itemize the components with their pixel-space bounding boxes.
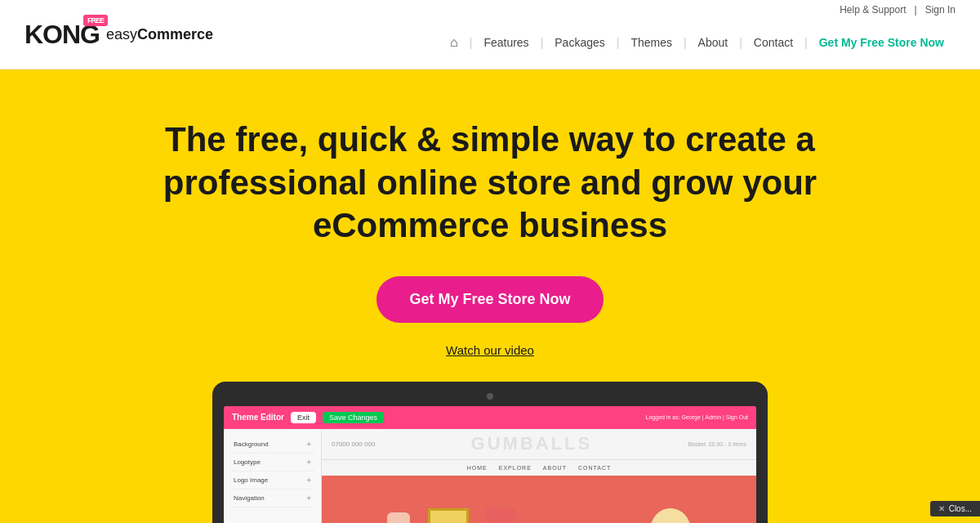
store-nav: HOME EXPLORE ABOUT CONTACT [322, 460, 756, 476]
help-support-link[interactable]: Help & Support [840, 4, 906, 16]
logo-commerce: Commerce [137, 26, 213, 43]
logo-area: KONG FREE easyCommerce [24, 20, 213, 50]
store-preview: 07000 000 000 GUMBALLS Basket: £0.00 - 0… [322, 429, 756, 524]
hero-title: The free, quick & simple way to create a… [155, 118, 825, 248]
laptop-camera [487, 393, 493, 400]
hero-cta-button[interactable]: Get My Free Store Now [376, 276, 603, 323]
sign-in-link[interactable]: Sign In [925, 4, 956, 16]
close-icon: ✕ [938, 504, 945, 513]
screen-sidebar: Background+ Logotype+ Logo Image+ Naviga… [224, 429, 322, 524]
store-nav-about: ABOUT [543, 465, 567, 471]
header: Help & Support | Sign In KONG FREE easyC… [0, 0, 980, 69]
sidebar-navigation[interactable]: Navigation+ [230, 489, 314, 507]
nav-cta-link[interactable]: Get My Free Store Now [808, 36, 956, 49]
logo-kong[interactable]: KONG FREE [24, 20, 100, 50]
free-badge: FREE [83, 15, 108, 26]
store-nav-contact: CONTACT [578, 465, 611, 471]
nav-home[interactable]: ⌂ [439, 35, 470, 50]
nav-about[interactable]: About [687, 36, 740, 49]
nav-themes[interactable]: Themes [619, 36, 684, 49]
screen-topbar: Theme Editor Exit Save Changes Logged in… [224, 406, 756, 429]
screen-logged-in: Logged in as: George | Admin | Sign Out [646, 414, 748, 420]
close-label: Clos... [949, 504, 972, 513]
screen-save-button[interactable]: Save Changes [323, 412, 384, 423]
store-hero-area [322, 476, 756, 524]
store-header: 07000 000 000 GUMBALLS Basket: £0.00 - 0… [322, 429, 756, 460]
top-divider: | [915, 4, 917, 16]
nav-contact[interactable]: Contact [742, 36, 804, 49]
store-title: GUMBALLS [375, 433, 688, 454]
store-nav-explore: EXPLORE [499, 465, 532, 471]
hero-section: The free, quick & simple way to create a… [0, 69, 980, 523]
nav-features[interactable]: Features [472, 36, 540, 49]
laptop-outer: Theme Editor Exit Save Changes Logged in… [212, 382, 768, 524]
laptop-screen: Theme Editor Exit Save Changes Logged in… [224, 406, 756, 524]
store-phone: 07000 000 000 [332, 440, 375, 448]
store-basket: Basket: £0.00 - 0 items [688, 441, 746, 447]
logo-easy: easy [106, 26, 137, 43]
nav-area: ⌂ | Features | Packages | Themes | About… [439, 35, 956, 50]
store-nav-home: HOME [467, 465, 488, 471]
watch-video-link[interactable]: Watch our video [446, 343, 534, 357]
header-top-bar: Help & Support | Sign In [840, 0, 956, 20]
screen-content: Background+ Logotype+ Logo Image+ Naviga… [224, 429, 756, 524]
product-bottle [387, 512, 410, 524]
sidebar-logo-image[interactable]: Logo Image+ [230, 472, 314, 489]
sidebar-logotype[interactable]: Logotype+ [230, 454, 314, 472]
theme-editor-label: Theme Editor [232, 413, 284, 422]
product-lamp [650, 508, 691, 524]
close-notification[interactable]: ✕ Clos... [930, 501, 980, 516]
laptop-mockup: Theme Editor Exit Save Changes Logged in… [212, 382, 768, 524]
product-box [428, 508, 469, 524]
nav-packages[interactable]: Packages [543, 36, 616, 49]
screen-exit-button[interactable]: Exit [291, 412, 316, 423]
product-bag [485, 508, 516, 524]
sidebar-background[interactable]: Background+ [230, 436, 314, 454]
